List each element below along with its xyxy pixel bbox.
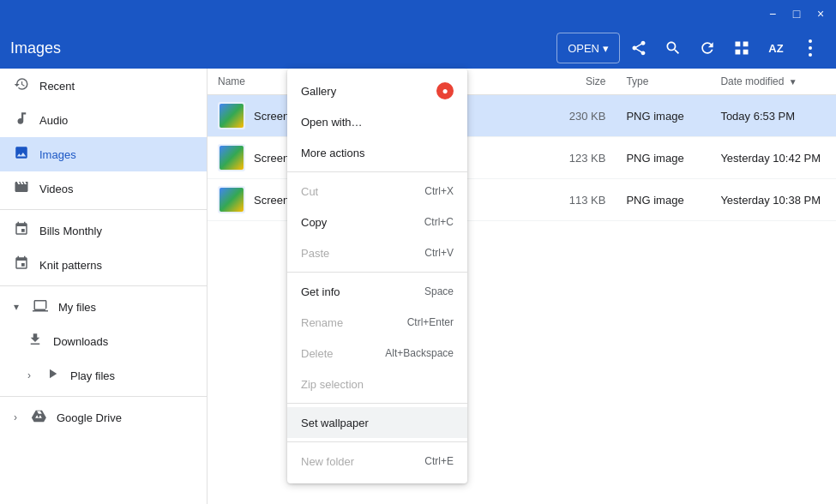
menu-item-new-folder[interactable]: New folder Ctrl+E: [287, 446, 467, 477]
open-with-label: Open with…: [301, 116, 363, 129]
copy-shortcut: Ctrl+C: [424, 216, 454, 228]
gallery-badge: ●: [436, 82, 454, 99]
menu-item-delete[interactable]: Delete Alt+Backspace: [287, 338, 467, 369]
new-folder-shortcut: Ctrl+E: [424, 455, 454, 467]
delete-shortcut: Alt+Backspace: [385, 347, 454, 359]
menu-divider-1: [287, 171, 467, 172]
delete-label: Delete: [301, 347, 334, 360]
sidebar-item-my-files-label: My files: [58, 301, 96, 314]
sidebar-item-audio-label: Audio: [39, 114, 68, 127]
menu-item-copy[interactable]: Copy Ctrl+C: [287, 207, 467, 237]
sidebar-item-recent[interactable]: Recent: [0, 69, 207, 103]
copy-label: Copy: [301, 216, 327, 229]
sidebar-item-images-label: Images: [39, 148, 76, 161]
file-size: 113 KB: [553, 179, 616, 221]
file-icon: [218, 144, 245, 171]
downloads-icon: [27, 332, 43, 351]
google-drive-icon: [31, 408, 46, 428]
minimize-button[interactable]: −: [761, 2, 785, 26]
menu-divider-4: [287, 441, 467, 442]
sidebar-item-videos[interactable]: Videos: [0, 171, 207, 206]
header: Images OPEN ▾ AZ: [0, 27, 836, 69]
menu-item-paste[interactable]: Paste Ctrl+V: [287, 237, 467, 268]
file-type: PNG image: [616, 179, 710, 221]
open-label: OPEN: [568, 42, 599, 55]
get-info-label: Get info: [301, 285, 340, 298]
get-info-shortcut: Space: [424, 285, 454, 297]
sidebar-item-images[interactable]: Images: [0, 137, 207, 171]
sidebar-item-bills-monthly-label: Bills Monthly: [39, 225, 102, 237]
google-drive-expand-icon: ›: [14, 411, 17, 423]
menu-item-rename[interactable]: Rename Ctrl+Enter: [287, 307, 467, 338]
open-button[interactable]: OPEN ▾: [556, 33, 620, 63]
svg-point-2: [809, 53, 812, 57]
menu-divider-2: [287, 272, 467, 273]
knit-patterns-icon: [14, 255, 29, 275]
title-bar: − □ ×: [0, 0, 836, 27]
more-button[interactable]: [795, 33, 826, 63]
my-files-expand-icon: ▾: [14, 301, 19, 313]
sidebar-item-google-drive-label: Google Drive: [57, 411, 122, 424]
menu-item-gallery[interactable]: Gallery ●: [287, 75, 467, 106]
sidebar-item-google-drive[interactable]: › Google Drive: [0, 400, 207, 435]
menu-item-get-info[interactable]: Get info Space: [287, 276, 467, 307]
sidebar-item-knit-patterns-label: Knit patterns: [39, 259, 102, 272]
context-menu-overlay: Gallery ● Open with… More actions Cut Ct…: [287, 69, 467, 483]
rename-shortcut: Ctrl+Enter: [407, 316, 454, 328]
audio-icon: [14, 111, 29, 130]
column-date[interactable]: Date modified ▼: [710, 69, 836, 95]
sidebar-item-play-files-label: Play files: [70, 369, 115, 382]
cut-shortcut: Ctrl+X: [424, 185, 454, 197]
sidebar-item-downloads[interactable]: Downloads: [0, 324, 207, 358]
page-title: Images: [10, 39, 556, 57]
sidebar-divider-2: [0, 285, 207, 286]
sort-button[interactable]: AZ: [761, 33, 791, 63]
sidebar-item-play-files[interactable]: › Play files: [0, 358, 207, 393]
column-size[interactable]: Size: [553, 69, 616, 95]
grid-view-button[interactable]: [726, 33, 757, 63]
close-button[interactable]: ×: [809, 2, 833, 26]
header-actions: OPEN ▾ AZ: [556, 33, 826, 63]
recent-icon: [14, 76, 29, 96]
file-date: Today 6:53 PM: [710, 95, 836, 137]
svg-point-0: [809, 39, 812, 43]
sidebar-item-my-files[interactable]: ▾ My files: [0, 290, 207, 324]
file-type: PNG image: [616, 95, 710, 137]
sidebar-item-recent-label: Recent: [39, 80, 75, 93]
new-folder-label: New folder: [301, 455, 354, 468]
menu-divider-3: [287, 403, 467, 404]
column-type[interactable]: Type: [616, 69, 710, 95]
videos-icon: [14, 179, 29, 199]
my-files-icon: [33, 297, 48, 317]
svg-point-1: [809, 46, 812, 50]
menu-item-cut[interactable]: Cut Ctrl+X: [287, 176, 467, 207]
set-wallpaper-label: Set wallpaper: [301, 417, 369, 429]
context-menu: Gallery ● Open with… More actions Cut Ct…: [287, 69, 467, 483]
maximize-button[interactable]: □: [785, 2, 809, 26]
paste-shortcut: Ctrl+V: [424, 247, 454, 259]
bills-monthly-icon: [14, 221, 29, 241]
file-icon: [218, 186, 245, 213]
menu-item-open-with[interactable]: Open with…: [287, 106, 467, 137]
menu-item-zip-selection[interactable]: Zip selection: [287, 369, 467, 399]
sidebar-item-audio[interactable]: Audio: [0, 103, 207, 137]
file-date: Yesterday 10:42 PM: [710, 137, 836, 179]
menu-item-more-actions[interactable]: More actions: [287, 137, 467, 168]
play-files-expand-icon: ›: [27, 369, 31, 381]
share-button[interactable]: [623, 33, 654, 63]
sidebar-item-bills-monthly[interactable]: Bills Monthly: [0, 213, 207, 248]
more-actions-label: More actions: [301, 147, 364, 159]
sidebar-item-knit-patterns[interactable]: Knit patterns: [0, 248, 207, 282]
paste-label: Paste: [301, 247, 329, 260]
sidebar-divider-3: [0, 396, 207, 397]
sidebar: Recent Audio Images Videos Bills Monthl: [0, 69, 207, 504]
refresh-button[interactable]: [692, 33, 723, 63]
menu-item-set-wallpaper[interactable]: Set wallpaper: [287, 407, 467, 438]
cut-label: Cut: [301, 185, 318, 198]
images-icon: [14, 145, 29, 165]
sidebar-divider-1: [0, 209, 207, 210]
search-button[interactable]: [658, 33, 689, 63]
file-icon: [218, 102, 245, 129]
zip-selection-label: Zip selection: [301, 378, 364, 391]
file-size: 230 KB: [553, 95, 616, 137]
